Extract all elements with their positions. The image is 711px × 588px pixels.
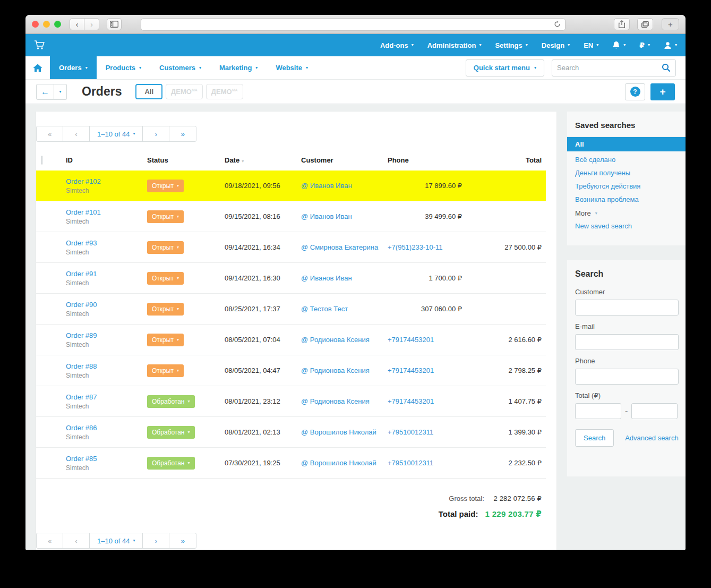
topbar-menu-item[interactable]: Add-ons ▾: [380, 41, 414, 49]
column-header-customer[interactable]: Customer: [301, 156, 388, 164]
pagination-first-button[interactable]: «: [37, 533, 63, 548]
customer-link[interactable]: @ Родионова Ксения: [301, 397, 388, 405]
customer-link[interactable]: @ Тестов Тест: [301, 305, 388, 313]
topbar-menu-item[interactable]: Design ▾: [542, 41, 570, 49]
phone-link[interactable]: +79174453201: [388, 367, 466, 374]
column-header-phone[interactable]: Phone: [388, 156, 466, 164]
customer-link[interactable]: @ Ворошилов Николай: [301, 459, 388, 467]
go-back-button[interactable]: ←: [36, 84, 54, 100]
tab-demo-1[interactable]: ДЕМОМА: [166, 84, 203, 99]
total-to-field[interactable]: [631, 403, 678, 419]
browser-back-button[interactable]: ‹: [70, 18, 84, 30]
order-link[interactable]: Order #88: [66, 362, 97, 370]
close-window-button[interactable]: [32, 21, 39, 28]
phone-link[interactable]: +79174453201: [388, 336, 466, 344]
help-button[interactable]: ?: [625, 83, 645, 100]
home-button[interactable]: [25, 56, 50, 79]
saved-searches-more[interactable]: More ▾: [567, 206, 686, 219]
column-header-total[interactable]: Total: [466, 156, 546, 164]
customer-link[interactable]: @ Иванов Иван: [301, 212, 388, 220]
share-button[interactable]: [614, 18, 630, 30]
mainnav-item[interactable]: Marketing ▾: [210, 56, 267, 79]
saved-search-item[interactable]: All: [567, 137, 686, 151]
pagination-last-button[interactable]: »: [169, 533, 196, 548]
status-badge[interactable]: Обработан ▾: [147, 426, 195, 439]
order-link[interactable]: Order #101: [66, 208, 101, 216]
saved-search-item[interactable]: Деньги получены: [567, 166, 686, 180]
status-badge[interactable]: Открыт ▾: [147, 241, 184, 254]
tab-all[interactable]: All: [135, 84, 162, 99]
order-link[interactable]: Order #102: [66, 177, 101, 185]
mainnav-item[interactable]: Orders ▾: [50, 56, 97, 79]
search-button[interactable]: Search: [575, 429, 614, 447]
customer-link[interactable]: @ Родионова Ксения: [301, 367, 388, 374]
pagination-first-button[interactable]: «: [37, 126, 63, 141]
topbar-menu-item[interactable]: Administration ▾: [427, 41, 482, 49]
quick-start-menu-button[interactable]: Quick start menu ▾: [466, 59, 544, 76]
status-badge[interactable]: Открыт ▾: [147, 334, 184, 346]
select-all-checkbox[interactable]: [41, 156, 42, 165]
phone-link[interactable]: +79510012311: [388, 428, 466, 436]
customer-link[interactable]: @ Иванов Иван: [301, 274, 388, 282]
column-header-status[interactable]: Status: [147, 156, 225, 164]
phone-link[interactable]: +7(951)233-10-11: [388, 243, 466, 251]
status-badge[interactable]: Открыт ▾: [147, 303, 184, 316]
customer-field[interactable]: [575, 300, 679, 316]
order-link[interactable]: Order #90: [66, 301, 97, 309]
sidebar-toggle-button[interactable]: [107, 18, 122, 30]
global-search-input[interactable]: [557, 64, 662, 72]
add-order-button[interactable]: +: [650, 83, 675, 100]
cart-icon[interactable]: [34, 40, 45, 50]
reload-icon[interactable]: [554, 21, 561, 28]
total-from-field[interactable]: [575, 403, 621, 419]
new-saved-search-link[interactable]: New saved search: [567, 219, 686, 233]
order-link[interactable]: Order #85: [66, 455, 97, 463]
advanced-search-link[interactable]: Advanced search: [625, 434, 678, 442]
account-menu[interactable]: ▾: [664, 41, 677, 49]
mainnav-item[interactable]: Customers ▾: [150, 56, 210, 79]
pagination-last-button[interactable]: »: [169, 126, 196, 141]
browser-forward-button[interactable]: ›: [84, 18, 99, 30]
order-link[interactable]: Order #89: [66, 331, 97, 339]
pagination-next-button[interactable]: ›: [143, 533, 169, 548]
status-badge[interactable]: Обработан ▾: [147, 457, 195, 470]
phone-link[interactable]: +79510012311: [388, 459, 466, 467]
notifications-menu[interactable]: ▾: [612, 41, 626, 49]
search-icon[interactable]: [662, 63, 671, 72]
saved-search-item[interactable]: Требуются действия: [567, 180, 686, 193]
phone-link[interactable]: +79174453201: [388, 397, 466, 405]
tab-demo-2[interactable]: ДЕМОМА: [206, 84, 243, 99]
pagination-prev-button[interactable]: ‹: [63, 533, 90, 548]
pagination-prev-button[interactable]: ‹: [63, 126, 90, 141]
column-header-id[interactable]: ID: [66, 156, 147, 164]
minimize-window-button[interactable]: [43, 21, 50, 28]
pagination-next-button[interactable]: ›: [143, 126, 169, 141]
new-tab-button[interactable]: +: [662, 18, 679, 30]
customer-link[interactable]: @ Смирнова Екатерина: [301, 243, 388, 251]
customer-link[interactable]: @ Иванов Иван: [301, 182, 388, 190]
status-badge[interactable]: Открыт ▾: [147, 180, 184, 192]
back-history-dropdown[interactable]: ▾: [54, 84, 67, 100]
order-link[interactable]: Order #86: [66, 424, 97, 432]
pagination-range-dropdown[interactable]: 1–10 of 44 ▾: [90, 533, 143, 548]
status-badge[interactable]: Открыт ▾: [147, 210, 184, 223]
status-badge[interactable]: Открыт ▾: [147, 364, 184, 377]
zoom-window-button[interactable]: [54, 21, 61, 28]
mainnav-item[interactable]: Website ▾: [267, 56, 317, 79]
customer-link[interactable]: @ Ворошилов Николай: [301, 428, 388, 436]
phone-field[interactable]: [575, 369, 679, 385]
status-badge[interactable]: Открыт ▾: [147, 272, 184, 285]
currency-menu[interactable]: ₽ ▾: [639, 41, 650, 49]
topbar-menu-item[interactable]: Settings ▾: [495, 41, 527, 49]
order-link[interactable]: Order #91: [66, 270, 97, 278]
pagination-range-dropdown[interactable]: 1–10 of 44 ▾: [90, 126, 143, 141]
topbar-menu-item[interactable]: EN ▾: [584, 41, 598, 49]
order-link[interactable]: Order #93: [66, 239, 97, 247]
order-link[interactable]: Order #87: [66, 393, 97, 401]
address-bar[interactable]: [141, 18, 566, 31]
email-field[interactable]: [575, 334, 679, 350]
tab-overview-button[interactable]: [637, 18, 653, 30]
status-badge[interactable]: Обработан ▾: [147, 395, 195, 408]
column-header-date[interactable]: Date▾: [225, 156, 301, 164]
saved-search-item[interactable]: Возникла проблема: [567, 193, 686, 206]
